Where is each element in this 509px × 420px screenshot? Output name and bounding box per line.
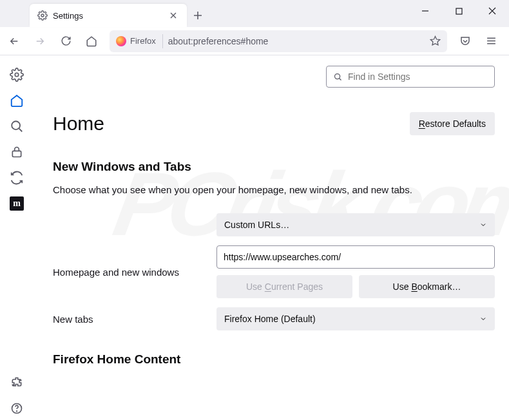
svg-rect-1 (456, 8, 462, 14)
sidebar-item-sync[interactable] (5, 166, 28, 189)
newtabs-value: Firefox Home (Default) (224, 314, 316, 324)
window-titlebar: Settings (0, 0, 509, 27)
sidebar-item-search[interactable] (5, 115, 28, 138)
identity-box[interactable]: Firefox (116, 34, 163, 48)
svg-point-0 (41, 14, 44, 17)
bookmark-star-icon[interactable] (430, 35, 441, 46)
tab-bar: Settings (30, 4, 209, 27)
search-icon (333, 72, 343, 82)
newtabs-select[interactable]: Firefox Home (Default) (216, 307, 495, 330)
section-new-windows-desc: Choose what you see when you open your h… (53, 183, 495, 196)
section-firefox-home-title: Firefox Home Content (53, 352, 495, 367)
mozilla-icon: m (10, 196, 24, 211)
settings-content: PCrisk.com m Home RRestore Defaultsestor… (0, 55, 509, 420)
url-text: about:preferences#home (168, 36, 425, 46)
forward-button[interactable] (28, 31, 52, 52)
settings-search[interactable] (326, 66, 495, 88)
sidebar-item-general[interactable] (5, 63, 28, 86)
back-button[interactable] (3, 31, 26, 52)
reload-button[interactable] (54, 31, 77, 52)
settings-main: Home RRestore Defaultsestore Defaults Ne… (34, 55, 509, 420)
gear-icon (37, 10, 48, 21)
page-title: Home (53, 113, 104, 135)
nav-toolbar: Firefox about:preferences#home (0, 27, 509, 55)
svg-marker-2 (430, 36, 439, 44)
tab-close-button[interactable] (168, 10, 179, 21)
svg-point-3 (15, 73, 19, 77)
window-controls (408, 0, 509, 22)
tab-settings[interactable]: Settings (30, 4, 187, 27)
chevron-down-icon (479, 315, 487, 323)
sidebar-item-home[interactable] (5, 89, 28, 112)
settings-sidebar: m (0, 55, 34, 420)
app-menu-button[interactable] (479, 31, 503, 52)
pocket-button[interactable] (454, 31, 477, 52)
homepage-mode-value: Custom URLs… (224, 220, 289, 230)
restore-defaults-button[interactable]: RRestore Defaultsestore Defaults (410, 112, 495, 135)
newtabs-label: New tabs (53, 314, 216, 325)
svg-point-4 (12, 121, 20, 129)
identity-text: Firefox (130, 36, 156, 46)
url-bar[interactable]: Firefox about:preferences#home (110, 30, 447, 52)
sidebar-item-more-mozilla[interactable]: m (5, 192, 28, 215)
section-new-windows-title: New Windows and Tabs (53, 160, 495, 174)
settings-search-input[interactable] (348, 72, 488, 82)
svg-point-8 (335, 73, 340, 79)
new-tab-button[interactable] (187, 4, 209, 27)
svg-point-7 (17, 411, 17, 412)
use-current-pages-button[interactable]: Use Current Pages (216, 275, 352, 298)
homepage-row-label: Homepage and new windows (53, 267, 216, 278)
svg-rect-5 (12, 151, 21, 157)
minimize-button[interactable] (408, 0, 442, 22)
homepage-url-input[interactable] (216, 245, 495, 269)
sidebar-item-privacy[interactable] (5, 140, 28, 164)
sidebar-item-extensions[interactable] (5, 371, 28, 394)
close-window-button[interactable] (475, 0, 509, 22)
chevron-down-icon (479, 221, 487, 229)
maximize-button[interactable] (442, 0, 475, 22)
tab-title: Settings (53, 11, 162, 21)
use-bookmark-button[interactable]: Use Bookmark… (359, 275, 495, 298)
sidebar-item-help[interactable] (5, 397, 28, 420)
firefox-logo-icon (116, 36, 126, 46)
home-button[interactable] (80, 31, 103, 52)
homepage-mode-select[interactable]: Custom URLs… (216, 213, 495, 236)
